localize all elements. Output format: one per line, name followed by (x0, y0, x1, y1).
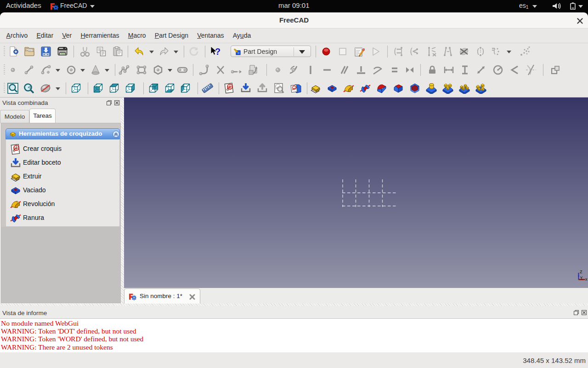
svg-text:Z: Z (580, 270, 582, 274)
svg-text:x: x (585, 277, 588, 282)
svg-text:Y: Y (580, 276, 583, 280)
